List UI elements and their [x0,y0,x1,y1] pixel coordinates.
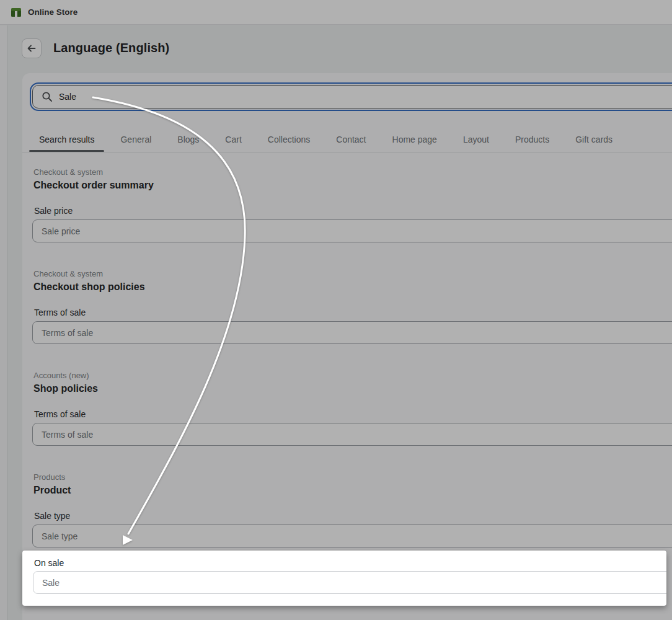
tab-home-page[interactable]: Home page [382,127,447,152]
field-label: Sale type [34,511,70,521]
section-heading: Shop policies [33,383,98,394]
tab-layout[interactable]: Layout [453,127,499,152]
topbar: Online Store [0,0,672,25]
field-label: Sale price [34,206,73,216]
field-label: Terms of sale [34,409,86,419]
group-label: Products [33,472,65,482]
result-section-product: Products Product Sale type [32,472,672,548]
result-section-checkout-order-summary: Checkout & system Checkout order summary… [32,167,672,243]
result-section-shop-policies: Accounts (new) Shop policies Terms of sa… [32,371,672,446]
tab-products[interactable]: Products [505,127,559,152]
group-label: Checkout & system [33,269,103,278]
tab-bar: Search results General Blogs Cart Collec… [22,127,672,153]
tab-general[interactable]: General [110,127,161,152]
tab-gift-cards[interactable]: Gift cards [565,127,622,152]
result-section-checkout-shop-policies: Checkout & system Checkout shop policies… [32,269,672,345]
field-label: Terms of sale [34,308,86,317]
translation-input-terms-of-sale-2[interactable] [32,423,672,446]
group-label: Accounts (new) [33,371,89,380]
tab-blogs[interactable]: Blogs [167,127,209,152]
section-heading: Checkout shop policies [33,281,145,293]
language-translation-page: Online Store Language (English) Search r… [0,0,672,620]
search-input[interactable] [32,85,672,108]
spotlight-row-on-sale: On sale [22,551,666,606]
online-store-icon [10,6,22,19]
translation-input-on-sale[interactable] [33,571,666,594]
translation-input-sale-price[interactable] [32,219,672,242]
page-title: Language (English) [53,41,169,55]
app-label: Online Store [28,7,77,17]
back-button[interactable] [22,38,42,58]
section-heading: Checkout order summary [33,180,154,191]
back-arrow-icon [27,43,37,53]
field-label: On sale [34,558,64,568]
translation-input-terms-of-sale[interactable] [32,321,672,344]
tab-collections[interactable]: Collections [258,127,320,152]
section-heading: Product [33,485,71,496]
group-label: Checkout & system [33,167,103,177]
page-left-edge [0,25,7,620]
tab-cart[interactable]: Cart [215,127,251,152]
tab-search-results[interactable]: Search results [29,127,104,152]
tab-contact[interactable]: Contact [326,127,376,152]
translation-input-sale-type[interactable] [32,525,672,547]
